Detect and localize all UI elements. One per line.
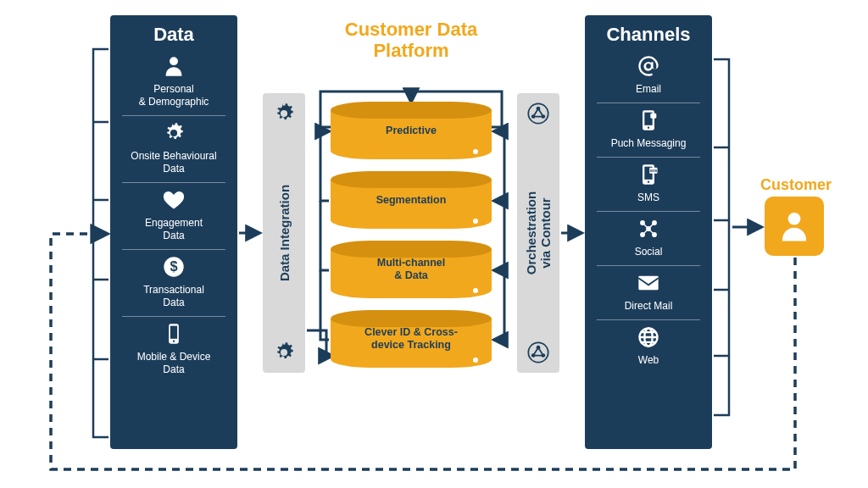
data-item-label: EngagementData bbox=[122, 217, 225, 242]
data-item: EngagementData bbox=[122, 183, 225, 250]
channels-item: Puch Messaging bbox=[597, 103, 700, 158]
channels-panel: Channels EmailPuch MessagingSMSSocialDir… bbox=[585, 15, 712, 449]
data-item-label: Onsite BehaviouralData bbox=[122, 150, 225, 175]
sms-icon bbox=[637, 163, 660, 186]
channels-item-label: Puch Messaging bbox=[597, 137, 700, 150]
data-item-label: Mobile & DeviceData bbox=[122, 351, 225, 376]
channels-panel-title: Channels bbox=[597, 24, 700, 46]
globe-icon bbox=[637, 325, 660, 349]
network-icon bbox=[526, 102, 550, 125]
dollar-icon bbox=[162, 255, 186, 279]
gears-icon bbox=[162, 121, 186, 145]
at-icon bbox=[637, 54, 660, 78]
person-icon bbox=[162, 54, 186, 78]
channels-item-label: Email bbox=[597, 83, 700, 96]
cdp-layer-label: Multi-channel& Data bbox=[331, 241, 492, 298]
data-integration-label: Data Integration bbox=[277, 185, 292, 281]
orchestration-label: Orchestration via Contour bbox=[524, 191, 553, 274]
cdp-title: Customer DataPlatform bbox=[305, 19, 517, 62]
push-icon bbox=[637, 108, 660, 132]
data-item-label: TransactionalData bbox=[122, 284, 225, 309]
customer-label: Customer bbox=[749, 176, 843, 194]
cdp-layer-label: Predictive bbox=[331, 102, 492, 159]
channels-item-label: Social bbox=[597, 246, 700, 258]
cdp-cylinder: PredictiveSegmentationMulti-channel& Dat… bbox=[331, 102, 492, 380]
person-icon bbox=[776, 208, 812, 244]
channels-item: Web bbox=[597, 320, 700, 374]
channels-item: SMS bbox=[597, 158, 700, 212]
channels-item-label: SMS bbox=[597, 191, 700, 204]
channels-item-label: Direct Mail bbox=[597, 300, 700, 313]
channels-item: Direct Mail bbox=[597, 266, 700, 320]
data-panel-brackets bbox=[86, 42, 108, 449]
cdp-layer: Clever ID & Cross-device Tracking bbox=[331, 310, 492, 368]
customer-box bbox=[765, 197, 824, 256]
cdp-layer: Predictive bbox=[331, 102, 492, 159]
data-panel: Data Personal& DemographicOnsite Behavio… bbox=[110, 15, 237, 449]
heart-icon bbox=[162, 188, 186, 212]
data-integration-bar: Data Integration bbox=[263, 93, 305, 373]
cdp-layer: Multi-channel& Data bbox=[331, 241, 492, 298]
mail-icon bbox=[637, 271, 660, 295]
channels-item: Email bbox=[597, 49, 700, 103]
channels-item-label: Web bbox=[597, 354, 700, 367]
data-item: Mobile & DeviceData bbox=[122, 317, 225, 383]
mobile-icon bbox=[162, 322, 186, 346]
social-icon bbox=[637, 217, 660, 241]
gears-icon bbox=[272, 102, 296, 125]
network-icon bbox=[526, 341, 550, 364]
cdp-layer-label: Segmentation bbox=[331, 171, 492, 229]
gears-icon bbox=[272, 341, 296, 364]
channels-item: Social bbox=[597, 212, 700, 266]
data-panel-title: Data bbox=[122, 24, 225, 46]
cdp-layer-label: Clever ID & Cross-device Tracking bbox=[331, 310, 492, 368]
orchestration-bar: Orchestration via Contour bbox=[517, 93, 559, 373]
data-item: Personal& Demographic bbox=[122, 49, 225, 116]
data-item-label: Personal& Demographic bbox=[122, 83, 225, 108]
data-item: TransactionalData bbox=[122, 250, 225, 317]
cdp-layer: Segmentation bbox=[331, 171, 492, 229]
data-item: Onsite BehaviouralData bbox=[122, 116, 225, 183]
